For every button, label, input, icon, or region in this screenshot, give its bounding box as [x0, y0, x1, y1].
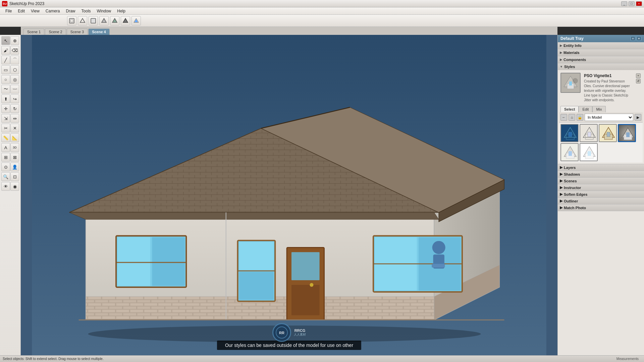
circle-tool[interactable]: ○ [1, 75, 10, 84]
hidden-line-button[interactable] [89, 16, 98, 25]
bezier-tool[interactable]: 〰 [10, 85, 19, 94]
styles-header[interactable]: ▼ Styles [558, 63, 644, 70]
walk-tool[interactable]: 👤 [10, 163, 19, 171]
color-by-layer-button[interactable] [131, 16, 141, 25]
materials-arrow: ▶ [560, 51, 562, 54]
move-tool[interactable]: ✛ [1, 104, 10, 113]
svg-rect-57 [569, 81, 572, 85]
style-back-icon[interactable]: ← [560, 114, 567, 121]
style-name: PSO Vignette1 [584, 73, 632, 78]
tab-scene4[interactable]: Scene 4 [88, 28, 110, 35]
tray-close-icon[interactable]: × [637, 36, 641, 41]
tab-select[interactable]: Select [560, 106, 579, 112]
eraser-tool[interactable]: ⌫ [10, 46, 19, 55]
right-panel: Default Tray ≡ × ▶ Entity Info ▶ Materia… [557, 35, 644, 362]
followme-tool[interactable]: ↪ [10, 95, 19, 103]
protractor-tool[interactable]: 📐 [10, 133, 19, 142]
shaded-textured-button[interactable] [110, 16, 119, 25]
zoom-tool[interactable]: 🔍 [1, 172, 10, 181]
axes-tool[interactable]: ⊞ [1, 153, 10, 162]
viewport[interactable]: Our styles can be saved outside of the m… [21, 35, 557, 362]
tray-settings-icon[interactable]: ≡ [631, 36, 635, 41]
style-update-icon[interactable]: ↺ [636, 79, 641, 83]
pushpull-tool[interactable]: ⬆ [1, 95, 10, 103]
menu-window[interactable]: Window [94, 8, 114, 14]
instructor-header[interactable]: ▶ Instructor [558, 184, 644, 191]
monochrome-button[interactable] [121, 16, 130, 25]
maximize-button[interactable]: □ [629, 1, 635, 6]
position-camera-tool[interactable]: ◉ [10, 182, 19, 191]
tape-tool[interactable]: 📏 [1, 133, 10, 142]
tab-mix[interactable]: Mix [592, 106, 605, 112]
arc-tool[interactable]: ⌒ [10, 56, 19, 64]
entity-info-section: ▶ Entity Info [558, 42, 644, 49]
minimize-button[interactable]: _ [621, 1, 627, 6]
styles-dropdown[interactable]: In Model [585, 114, 633, 121]
style-item-3[interactable] [599, 124, 617, 142]
menu-camera[interactable]: Camera [43, 8, 63, 14]
zoomext-tool[interactable]: ⊡ [10, 172, 19, 181]
tray-header: Default Tray ≡ × [558, 35, 644, 42]
menu-tools[interactable]: Tools [79, 8, 94, 14]
close-button[interactable]: × [636, 1, 642, 6]
menu-view[interactable]: View [28, 8, 42, 14]
menu-help[interactable]: Help [114, 8, 128, 14]
outliner-header[interactable]: ▶ Outliner [558, 198, 644, 204]
flip-tool[interactable]: ⇔ [10, 114, 19, 123]
styles-section: ▼ Styles PSO V [558, 63, 644, 164]
rectangle-tool[interactable]: ▭ [1, 65, 10, 74]
materials-header[interactable]: ▶ Materials [558, 49, 644, 56]
style-new-icon[interactable]: + [636, 73, 641, 78]
components-header[interactable]: ▶ Components [558, 56, 644, 63]
xray-button[interactable] [67, 16, 76, 25]
styles-label: Styles [564, 65, 575, 69]
style-home-icon[interactable]: ⌂ [569, 114, 575, 121]
entity-info-header[interactable]: ▶ Entity Info [558, 42, 644, 49]
style-item-6[interactable] [580, 143, 598, 161]
select-tool[interactable]: ↖ [1, 36, 10, 45]
components-tool[interactable]: ⊕ [10, 36, 19, 45]
menu-edit[interactable]: Edit [15, 8, 28, 14]
tab-scene1[interactable]: Scene 1 [23, 28, 44, 35]
style-item-4[interactable] [618, 124, 636, 142]
3dtext-tool[interactable]: 3D [10, 143, 19, 152]
orbit-tool[interactable]: ⊙ [1, 163, 10, 171]
rotate-tool[interactable]: ↻ [10, 104, 19, 113]
svg-rect-79 [569, 151, 572, 156]
style-details-icon[interactable]: ▶ [635, 114, 641, 121]
freehand-tool[interactable]: 〜 [1, 85, 10, 94]
trim-tool[interactable]: ✂ [1, 124, 10, 132]
wireframe-button[interactable] [78, 16, 87, 25]
svg-rect-66 [588, 132, 591, 137]
app-icon: SU [2, 1, 7, 6]
scale-tool[interactable]: ⇲ [1, 114, 10, 123]
components-label: Components [564, 58, 586, 62]
status-bar: Select objects: Shift to extend select. … [0, 355, 644, 362]
offset-tool[interactable]: ◎ [10, 75, 19, 84]
tab-scene3[interactable]: Scene 3 [67, 28, 88, 35]
menu-draw[interactable]: Draw [63, 8, 78, 14]
tab-scene2[interactable]: Scene 2 [45, 28, 66, 35]
matchphoto-header[interactable]: ▶ Match Photo [558, 204, 644, 211]
style-lock-icon[interactable]: 🔒 [577, 114, 583, 121]
intersect-tool[interactable]: ✕ [10, 124, 19, 132]
style-item-1[interactable] [560, 124, 579, 142]
title-left: SU SketchUp Pro 2023 [2, 1, 44, 6]
layers-header[interactable]: ▶ Layers [558, 164, 644, 171]
lookaround-tool[interactable]: 👁 [1, 182, 10, 191]
style-item-2[interactable] [580, 124, 598, 142]
softenedges-label: Soften Edges [564, 192, 587, 196]
text-tool[interactable]: A [1, 143, 10, 152]
menu-file[interactable]: File [3, 8, 14, 14]
softenedges-header[interactable]: ▶ Soften Edges [558, 191, 644, 198]
line-tool[interactable]: ╱ [1, 56, 10, 64]
section-tool[interactable]: ⊠ [10, 153, 19, 162]
shaded-button[interactable] [99, 16, 109, 25]
style-item-5[interactable] [560, 143, 579, 161]
tab-edit[interactable]: Edit [579, 106, 592, 112]
scenes-header[interactable]: ▶ Scenes [558, 178, 644, 184]
paint-tool[interactable]: 🖌 [1, 46, 10, 55]
shadows-header[interactable]: ▶ Shadows [558, 171, 644, 178]
svg-rect-75 [626, 132, 630, 137]
polygon-tool[interactable]: ⬡ [10, 65, 19, 74]
